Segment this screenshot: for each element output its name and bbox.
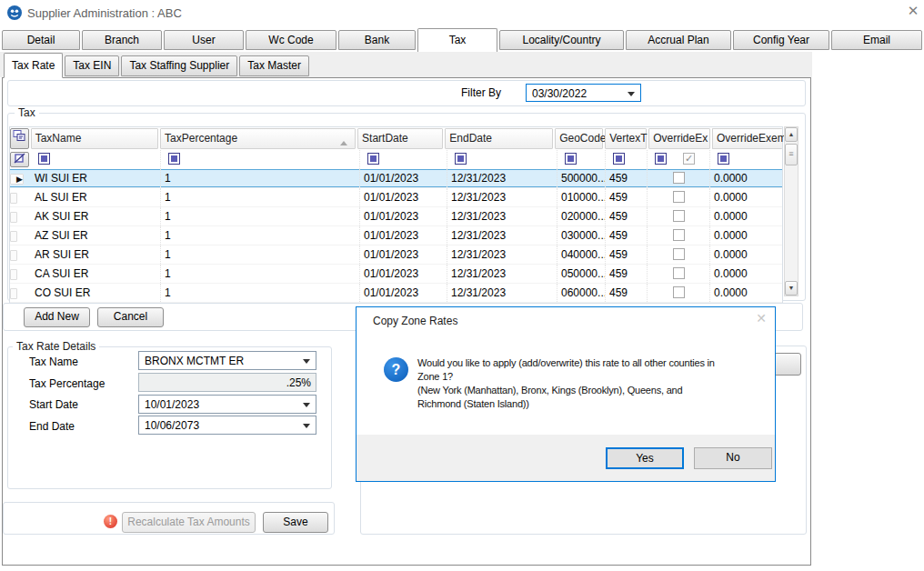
column-header-startdate[interactable]: StartDate	[357, 128, 443, 149]
override-ex-checkbox[interactable]	[673, 248, 685, 260]
tax-group-label: Tax	[15, 106, 39, 119]
override-ex-checkbox[interactable]	[673, 267, 685, 279]
chevron-down-icon	[628, 92, 635, 100]
filter-icon[interactable]	[565, 153, 577, 165]
tab-user[interactable]: User	[164, 30, 244, 50]
grid-customize-icon	[13, 129, 26, 143]
cell-taxpercentage: 1	[161, 169, 360, 187]
cell-startdate: 01/01/2023	[360, 284, 447, 302]
recalculate-tax-amounts-button[interactable]: Recalculate Tax Amounts	[122, 512, 256, 533]
cell-startdate: 01/01/2023	[360, 207, 447, 225]
tab-locality-country[interactable]: Locality/Country	[499, 30, 624, 50]
filter-icon[interactable]	[655, 153, 667, 165]
row-indicator	[10, 231, 17, 242]
filter-icon[interactable]	[38, 153, 50, 165]
cell-enddate: 12/31/2023	[447, 265, 557, 283]
cell-geocode: 010000...	[557, 188, 606, 206]
subtab-tax-rate[interactable]: Tax Rate	[4, 53, 63, 78]
override-ex-checkbox[interactable]	[673, 210, 685, 222]
override-ex-checkbox[interactable]	[673, 172, 685, 184]
filter-icon[interactable]	[455, 153, 467, 165]
cell-startdate: 01/01/2023	[360, 226, 447, 245]
subtab-tax-staffing-supplier[interactable]: Tax Staffing Supplier	[121, 55, 237, 76]
filter-panel	[7, 80, 806, 106]
cell-geocode: 060000...	[557, 284, 606, 302]
tab-wc-code[interactable]: Wc Code	[246, 30, 336, 50]
filter-by-select[interactable]: 03/30/2022	[526, 84, 641, 102]
override-ex-checkbox[interactable]	[673, 286, 685, 298]
cell-taxpercentage: 1	[161, 284, 360, 302]
cell-startdate: 01/01/2023	[360, 245, 447, 264]
table-row[interactable]: AK SUI ER 1 01/01/2023 12/31/2023 020000…	[10, 207, 782, 226]
start-date-select[interactable]: 10/01/2023	[138, 395, 316, 414]
tab-detail[interactable]: Detail	[2, 30, 80, 50]
tab-tax[interactable]: Tax	[417, 28, 497, 52]
filter-by-value: 03/30/2022	[532, 86, 587, 101]
cell-vertext: 459	[606, 188, 648, 206]
save-button[interactable]: Save	[263, 512, 328, 533]
cell-taxname: CA SUI ER	[31, 265, 161, 283]
column-header-vertext[interactable]: VertexT	[605, 128, 647, 149]
yes-button[interactable]: Yes	[606, 447, 684, 469]
scroll-down-button[interactable]: ▼	[785, 281, 798, 296]
scroll-up-button[interactable]: ▲	[785, 127, 798, 142]
table-row[interactable]: AL SUI ER 1 01/01/2023 12/31/2023 010000…	[10, 188, 782, 207]
table-row[interactable]: CA SUI ER 1 01/01/2023 12/31/2023 050000…	[10, 265, 782, 284]
column-header-taxpercentage-label: TaxPercentage	[165, 132, 237, 145]
table-row[interactable]: AR SUI ER 1 01/01/2023 12/31/2023 040000…	[10, 245, 782, 265]
cell-taxpercentage: 1	[161, 188, 360, 206]
override-ex-checkbox[interactable]	[673, 229, 685, 241]
cell-enddate: 12/31/2023	[447, 245, 557, 264]
cell-taxname: AR SUI ER	[31, 245, 161, 264]
end-date-select[interactable]: 10/06/2073	[138, 416, 316, 435]
override-ex-filter-checkbox[interactable]: ✓	[683, 153, 695, 165]
tab-bank[interactable]: Bank	[338, 30, 416, 50]
cell-vertext: 459	[606, 284, 648, 302]
filter-icon[interactable]	[613, 153, 625, 165]
table-row[interactable]: CO SUI ER 1 01/01/2023 12/31/2023 060000…	[10, 284, 782, 303]
tax-percentage-field[interactable]: .25%	[138, 373, 316, 392]
table-row[interactable]: ▶ WI SUI ER 1 01/01/2023 12/31/2023 5000…	[10, 169, 782, 188]
filter-icon[interactable]	[718, 153, 729, 165]
cancel-button[interactable]: Cancel	[97, 307, 164, 327]
cell-vertext: 459	[606, 226, 648, 245]
cell-overrideexem: 0.0000	[710, 188, 780, 206]
subtab-tax-master[interactable]: Tax Master	[239, 55, 309, 76]
cell-taxpercentage: 1	[161, 226, 360, 245]
cell-geocode: 040000...	[557, 245, 606, 264]
add-new-button[interactable]: Add New	[24, 307, 90, 327]
column-header-taxname[interactable]: TaxName	[31, 128, 158, 149]
row-indicator	[10, 250, 17, 261]
column-header-taxpercentage[interactable]: TaxPercentage	[160, 128, 356, 149]
tax-name-select[interactable]: BRONX MCTMT ER	[138, 351, 316, 370]
scrollbar-thumb[interactable]: ≡	[785, 144, 798, 165]
grid-vertical-scrollbar[interactable]: ▲ ≡ ▼	[784, 126, 798, 296]
tab-accrual-plan[interactable]: Accrual Plan	[626, 30, 731, 50]
column-header-geocode[interactable]: GeoCode	[555, 128, 603, 149]
window-title: Supplier Administration : ABC	[27, 6, 182, 20]
tab-config-year[interactable]: Config Year	[733, 30, 829, 50]
cell-startdate: 01/01/2023	[360, 265, 447, 283]
cell-overrideexem: 0.0000	[710, 226, 780, 245]
tab-email[interactable]: Email	[831, 30, 922, 50]
subtab-tax-ein[interactable]: Tax EIN	[65, 55, 119, 76]
tab-branch[interactable]: Branch	[82, 30, 162, 50]
cell-taxpercentage: 1	[161, 245, 360, 264]
override-ex-checkbox[interactable]	[673, 191, 685, 203]
cell-taxname: WI SUI ER	[31, 169, 161, 187]
window-close-icon[interactable]: ✕	[905, 3, 921, 19]
column-header-overrideex[interactable]: OverrideEx	[648, 128, 710, 149]
grid-customize-button[interactable]	[10, 128, 29, 149]
column-header-overrideexem[interactable]: OverrideExem	[712, 128, 782, 149]
end-date-value: 10/06/2073	[145, 418, 199, 433]
clear-filter-button[interactable]	[10, 152, 29, 167]
tax-percentage-value: .25%	[286, 376, 311, 390]
chevron-down-icon	[303, 424, 310, 432]
dialog-close-icon[interactable]: ✕	[756, 311, 767, 326]
filter-icon[interactable]	[168, 153, 180, 165]
table-row[interactable]: AZ SUI ER 1 01/01/2023 12/31/2023 030000…	[10, 226, 782, 245]
column-header-enddate[interactable]: EndDate	[445, 128, 553, 149]
cell-enddate: 12/31/2023	[447, 188, 557, 206]
no-button[interactable]: No	[694, 447, 772, 469]
filter-icon[interactable]	[367, 153, 379, 165]
